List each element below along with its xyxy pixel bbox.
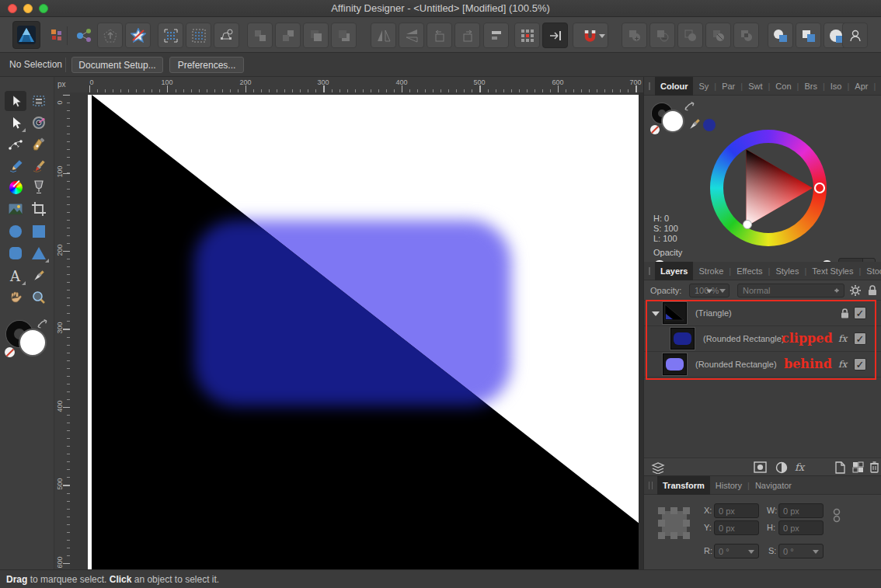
triangle-tool[interactable]	[28, 243, 50, 263]
transparency-tool[interactable]	[28, 177, 50, 197]
colour-triangle[interactable]	[710, 130, 827, 246]
fx-badge[interactable]: fx	[838, 333, 847, 344]
rotate-ccw-button[interactable]	[427, 23, 452, 48]
affinity-designer-logo-button[interactable]	[12, 21, 40, 49]
fx-badge[interactable]: fx	[838, 359, 847, 370]
alignment-button[interactable]	[483, 23, 509, 48]
tab-navigator[interactable]: Navigator	[750, 478, 797, 493]
node-tool[interactable]	[5, 113, 26, 133]
no-style-button[interactable]	[125, 23, 151, 48]
no-colour-icon[interactable]	[650, 125, 660, 134]
disclosure-triangle-icon[interactable]	[652, 311, 660, 316]
zoom-tool[interactable]	[28, 287, 50, 308]
tab-character[interactable]: Chr	[876, 78, 881, 94]
layer-visibility-checkbox[interactable]: ✓	[854, 332, 866, 345]
arrange-forward-one-button[interactable]	[275, 23, 301, 48]
boolean-xor-button[interactable]	[733, 23, 759, 48]
ellipse-tool[interactable]	[5, 221, 26, 242]
layer-thumbnail[interactable]	[670, 328, 695, 350]
tab-appearance[interactable]: Apr	[849, 78, 873, 94]
tab-swatches[interactable]: Swt	[743, 78, 768, 94]
place-image-tool[interactable]	[5, 199, 26, 219]
arrange-back-one-button[interactable]	[247, 23, 273, 48]
fill-tool[interactable]	[5, 177, 26, 197]
snapping-magnet-button[interactable]	[573, 23, 608, 48]
rotate-cw-button[interactable]	[454, 23, 480, 48]
tab-transform[interactable]: Transform	[657, 476, 710, 495]
tab-styles[interactable]: Styles	[770, 263, 804, 279]
shear-dropdown[interactable]: 0 °	[778, 544, 824, 558]
view-tool[interactable]	[5, 287, 26, 308]
tab-history[interactable]: History	[710, 478, 747, 493]
snapping-dropdown-arrow-icon[interactable]	[599, 34, 605, 38]
pen-tool[interactable]	[28, 135, 50, 155]
tab-symbols[interactable]: Sy	[693, 78, 714, 94]
canvas[interactable]	[70, 92, 643, 569]
tab-constraints[interactable]: Con	[770, 78, 796, 94]
x-input[interactable]	[714, 503, 759, 518]
tab-stock[interactable]: Stock	[861, 263, 881, 279]
transform-selection-button[interactable]	[214, 23, 239, 48]
tab-paragraph[interactable]: Par	[716, 78, 740, 94]
blend-mode-dropdown[interactable]: Normal	[737, 284, 844, 297]
insert-on-top-button[interactable]	[796, 23, 821, 48]
tab-colour[interactable]: Colour	[655, 77, 693, 96]
panel-drag-grip[interactable]	[649, 267, 650, 275]
w-input[interactable]	[778, 503, 824, 518]
crop-tool[interactable]	[28, 199, 50, 219]
colour-picker-tool[interactable]	[28, 266, 50, 286]
fill-colour-well[interactable]	[19, 329, 47, 357]
pixel-persona-button[interactable]	[44, 23, 69, 48]
tab-isometric[interactable]: Iso	[825, 78, 848, 94]
rounded-rectangle-tool[interactable]	[5, 243, 26, 263]
snap-selection-button[interactable]	[186, 23, 211, 48]
tab-stroke[interactable]: Stroke	[693, 263, 729, 279]
boolean-subtract-button[interactable]: −	[649, 23, 675, 48]
tab-effects[interactable]: Effects	[731, 263, 768, 279]
flip-horizontal-button[interactable]	[371, 23, 396, 48]
layers-opacity-dropdown[interactable]: 100 %	[689, 284, 730, 297]
move-whole-pixels-button[interactable]	[542, 23, 568, 48]
layer-row-triangle[interactable]: (Triangle) ✓	[644, 301, 881, 326]
move-tool[interactable]	[5, 91, 26, 111]
h-input[interactable]	[778, 520, 824, 535]
fill-colour-swatch[interactable]	[661, 110, 684, 133]
rectangle-tool[interactable]	[28, 221, 50, 242]
layer-thumbnail[interactable]	[663, 302, 687, 324]
flip-vertical-button[interactable]	[399, 23, 424, 48]
select-box-button[interactable]	[158, 23, 183, 48]
insert-behind-button[interactable]	[768, 23, 793, 48]
tab-brushes[interactable]: Brs	[799, 78, 823, 94]
preferences-button[interactable]: Preferences...	[169, 57, 244, 73]
layer-visibility-checkbox[interactable]: ✓	[854, 307, 866, 319]
arrange-to-front-button[interactable]	[303, 23, 329, 48]
layer-row-clipped-rectangle[interactable]: (Rounded Rectangle) clipped fx ✓	[644, 326, 881, 352]
account-button[interactable]	[842, 23, 868, 48]
boolean-divide-button[interactable]	[705, 23, 731, 48]
pixel-grid-button[interactable]	[514, 23, 540, 48]
y-input[interactable]	[714, 520, 759, 535]
panel-drag-grip[interactable]	[649, 82, 650, 90]
tab-layers[interactable]: Layers	[655, 262, 693, 280]
rotation-dropdown[interactable]: 0 °	[714, 544, 759, 558]
boolean-intersect-button[interactable]	[677, 23, 703, 48]
artistic-text-tool[interactable]: A	[5, 266, 26, 286]
document-setup-button[interactable]: Document Setup...	[71, 57, 163, 73]
colour-wheel[interactable]	[710, 130, 827, 246]
panel-drag-grip[interactable]	[649, 482, 653, 489]
pencil-tool[interactable]	[5, 156, 26, 176]
export-persona-button[interactable]	[71, 23, 97, 48]
layer-row-behind-rectangle[interactable]: (Rounded Rectangle) behind fx ✓	[644, 352, 881, 378]
convert-to-curves-button[interactable]	[97, 23, 123, 48]
no-colour-icon[interactable]	[5, 347, 15, 357]
layer-effects-icon[interactable]: fx	[795, 461, 804, 473]
point-transform-tool[interactable]	[28, 113, 50, 133]
arrange-to-back-button[interactable]	[331, 23, 357, 48]
layer-thumbnail[interactable]	[663, 353, 687, 375]
corner-tool[interactable]	[5, 135, 26, 155]
vector-brush-tool[interactable]	[28, 156, 50, 176]
tab-text-styles[interactable]: Text Styles	[806, 263, 858, 279]
artboard-tool[interactable]	[28, 91, 50, 111]
layer-visibility-checkbox[interactable]: ✓	[854, 358, 866, 371]
boolean-add-button[interactable]: +	[622, 23, 647, 48]
